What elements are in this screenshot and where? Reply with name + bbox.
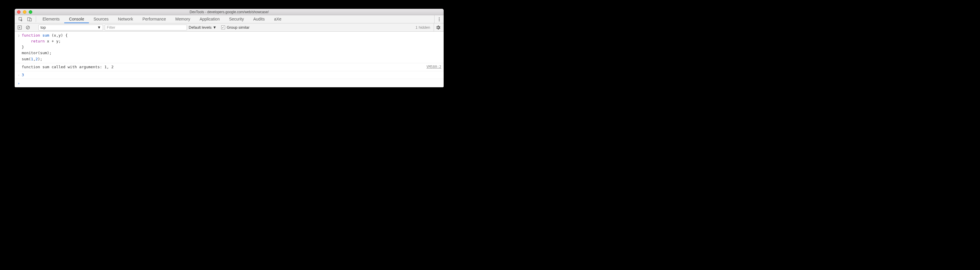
tab-elements[interactable]: Elements: [38, 15, 64, 23]
panel-tabs: Elements Console Sources Network Perform…: [15, 15, 444, 24]
input-chevron-icon: ❯: [16, 33, 22, 38]
context-selector[interactable]: top ▼: [38, 25, 103, 30]
group-similar-label: Group similar: [227, 25, 250, 30]
svg-rect-2: [30, 19, 32, 21]
kebab-menu-icon[interactable]: [434, 15, 444, 23]
svg-point-4: [439, 19, 439, 20]
clear-console-icon[interactable]: [25, 25, 31, 30]
tab-memory[interactable]: Memory: [171, 15, 195, 23]
result-chevron-icon: ‹: [16, 72, 22, 77]
tab-axe[interactable]: aXe: [269, 15, 286, 23]
hidden-messages-count[interactable]: 1 hidden: [415, 25, 430, 30]
chevron-down-icon: ▼: [97, 25, 101, 30]
svg-line-8: [27, 26, 29, 29]
tab-application[interactable]: Application: [195, 15, 224, 23]
divider: [36, 16, 36, 22]
close-window-button[interactable]: [17, 10, 21, 14]
log-levels-selector[interactable]: Default levels ▼: [189, 25, 216, 30]
group-similar-checkbox[interactable]: ✓ Group similar: [221, 25, 250, 30]
context-value: top: [40, 25, 46, 30]
inspect-element-icon[interactable]: [16, 15, 25, 23]
tab-network[interactable]: Network: [113, 15, 138, 23]
prompt-chevron-icon: ›: [16, 80, 22, 86]
filter-input[interactable]: [105, 25, 187, 30]
tab-console[interactable]: Console: [64, 15, 89, 23]
console-prompt-row[interactable]: ›: [15, 79, 444, 87]
tab-security[interactable]: Security: [224, 15, 249, 23]
minimize-window-button[interactable]: [23, 10, 26, 14]
log-message: function sum called with arguments: 1, 2: [22, 64, 426, 70]
svg-point-3: [439, 17, 439, 18]
console-output: ❯ function sum (x,y) { return x + y; } m…: [15, 32, 444, 87]
entered-code: function sum (x,y) { return x + y; } mon…: [22, 33, 441, 62]
device-toolbar-icon[interactable]: [25, 15, 34, 23]
console-input-row: ❯ function sum (x,y) { return x + y; } m…: [15, 32, 444, 63]
svg-point-5: [439, 20, 439, 21]
traffic-lights: [17, 10, 32, 14]
zoom-window-button[interactable]: [29, 10, 32, 14]
console-log-row: function sum called with arguments: 1, 2…: [15, 63, 444, 71]
settings-gear-icon[interactable]: [434, 24, 442, 32]
toggle-sidebar-icon[interactable]: [16, 25, 23, 30]
levels-label: Default levels: [189, 25, 212, 30]
window-title: DevTools - developers.google.com/web/sho…: [15, 10, 444, 14]
log-gutter: [16, 64, 22, 65]
console-toolbar: top ▼ Default levels ▼ ✓ Group similar 1…: [15, 24, 444, 32]
devtools-window: DevTools - developers.google.com/web/sho…: [15, 9, 444, 87]
titlebar: DevTools - developers.google.com/web/sho…: [15, 9, 444, 15]
checkbox-icon: ✓: [221, 25, 225, 29]
tab-sources[interactable]: Sources: [89, 15, 113, 23]
console-result-row: ‹ 3: [15, 71, 444, 79]
result-value: 3: [22, 72, 441, 78]
chevron-down-icon: ▼: [213, 25, 216, 30]
tab-performance[interactable]: Performance: [138, 15, 170, 23]
tab-audits[interactable]: Audits: [248, 15, 269, 23]
source-link[interactable]: VM580:2: [426, 64, 441, 70]
